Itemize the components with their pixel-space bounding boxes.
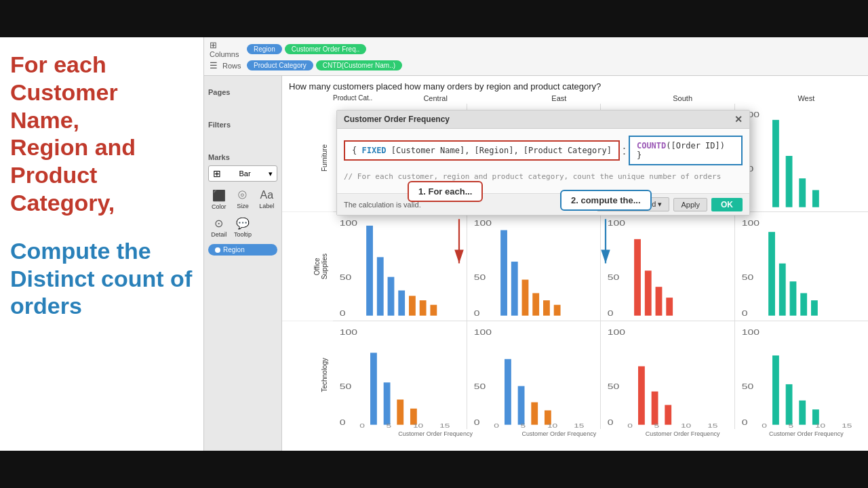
svg-rect-32 — [366, 226, 373, 316]
sidebar: Pages Filters Marks ⊞ Bar ▾ ⬛ Color ⦾ — [204, 76, 282, 451]
x-label-west: Customer Order Frequency — [745, 430, 868, 437]
ok-btn[interactable]: OK — [711, 198, 743, 211]
svg-rect-27 — [799, 178, 806, 207]
svg-text:10: 10 — [547, 422, 557, 428]
svg-text:5: 5 — [520, 422, 526, 428]
calculation-modal: Customer Order Frequency ✕ { FIXED [Cust… — [336, 110, 750, 216]
svg-rect-54 — [666, 298, 673, 316]
bubble-for-each: 1. For each... — [408, 181, 483, 202]
formula-countd-part: COUNTD([Order ID]) } — [629, 136, 743, 165]
black-bar-top — [0, 0, 868, 37]
svg-text:0: 0 — [473, 310, 479, 318]
svg-text:5: 5 — [387, 422, 392, 428]
svg-rect-42 — [500, 230, 507, 316]
bubble-compute: 2. compute the... — [560, 190, 652, 211]
svg-rect-46 — [543, 300, 550, 316]
left-annotation-panel: For eachCustomer Name,Region andProductC… — [0, 37, 203, 451]
cell-tech-south: 100 50 0 0 5 10 15 — [601, 321, 734, 429]
svg-text:15: 15 — [439, 422, 450, 428]
svg-text:5: 5 — [654, 422, 660, 428]
svg-text:0: 0 — [627, 422, 633, 428]
tableau-panel: ⊞ Columns Region Customer Order Freq.. ☰… — [203, 37, 868, 451]
svg-text:100: 100 — [608, 328, 625, 336]
svg-text:50: 50 — [473, 382, 485, 390]
svg-rect-25 — [772, 120, 779, 207]
marks-type-dropdown[interactable]: ⊞ Bar ▾ — [208, 165, 277, 182]
marks-tooltip-btn[interactable]: 💬 Tooltip — [232, 215, 253, 240]
x-axis-labels: Customer Order Frequency Customer Order … — [374, 429, 868, 437]
svg-text:15: 15 — [574, 422, 585, 428]
rows-label: ☰ Rows — [210, 60, 247, 70]
svg-text:5: 5 — [788, 422, 793, 428]
svg-rect-99 — [785, 384, 792, 425]
svg-rect-68 — [397, 399, 403, 424]
svg-rect-36 — [409, 296, 416, 316]
svg-rect-59 — [778, 264, 785, 316]
rows-pills: Product Category CNTD(Customer Nam..) — [247, 60, 402, 70]
marks-detail-btn[interactable]: ⊙ Detail — [208, 215, 229, 240]
marks-label-btn[interactable]: Aa Label — [256, 187, 277, 212]
svg-text:50: 50 — [340, 273, 351, 281]
svg-rect-44 — [521, 280, 528, 316]
furniture-label: Furniture — [282, 104, 333, 212]
central-header: Central — [374, 94, 497, 102]
svg-rect-26 — [785, 156, 792, 207]
svg-rect-88 — [638, 366, 645, 424]
cell-office-east: 100 50 0 — [467, 212, 601, 320]
svg-text:15: 15 — [842, 422, 852, 428]
marks-section-label: Marks — [208, 153, 277, 161]
svg-text:0: 0 — [340, 310, 346, 318]
formula-colon: : — [623, 144, 626, 158]
columns-pills: Region Customer Order Freq.. — [247, 44, 366, 54]
west-header: West — [745, 94, 868, 102]
region-pill[interactable]: Region — [247, 44, 282, 54]
svg-rect-37 — [420, 300, 427, 316]
marks-buttons-grid: ⬛ Color ⦾ Size Aa Label ⊙ Detail — [208, 187, 277, 240]
cntd-customer-pill[interactable]: CNTD(Customer Nam..) — [316, 60, 402, 70]
annotation-compute: Compute theDistinct count oforders — [10, 237, 193, 320]
svg-rect-89 — [652, 391, 658, 424]
product-cat-header: Product Cat.. — [333, 94, 374, 102]
region-color-pill[interactable]: Region — [208, 244, 277, 256]
columns-shelf: ⊞ Columns Region Customer Order Freq.. — [210, 40, 863, 58]
svg-rect-67 — [384, 382, 391, 424]
svg-rect-35 — [398, 291, 405, 316]
formula-fixed-part: { FIXED [Customer Name], [Region], [Prod… — [344, 140, 620, 161]
svg-text:100: 100 — [741, 220, 759, 228]
svg-rect-77 — [505, 359, 511, 424]
black-bar-bottom — [0, 451, 868, 488]
svg-rect-100 — [799, 400, 806, 424]
svg-text:0: 0 — [741, 418, 747, 426]
svg-text:100: 100 — [741, 328, 759, 336]
svg-text:0: 0 — [741, 310, 747, 318]
x-label-central: Customer Order Frequency — [374, 430, 497, 437]
svg-text:50: 50 — [608, 382, 619, 390]
svg-text:0: 0 — [473, 418, 479, 426]
south-header: South — [621, 94, 745, 102]
svg-rect-66 — [370, 352, 377, 424]
svg-text:100: 100 — [473, 328, 491, 336]
east-header: East — [497, 94, 620, 102]
svg-text:50: 50 — [608, 273, 619, 281]
product-category-pill[interactable]: Product Category — [247, 60, 313, 70]
marks-size-btn[interactable]: ⦾ Size — [232, 187, 253, 212]
formula-comment: // For each customer, region and product… — [344, 171, 743, 182]
apply-btn[interactable]: Apply — [673, 198, 707, 211]
filters-section-label: Filters — [208, 121, 277, 129]
modal-close-btn[interactable]: ✕ — [734, 114, 743, 125]
customer-order-freq-pill[interactable]: Customer Order Freq.. — [285, 44, 367, 54]
svg-rect-51 — [634, 239, 641, 316]
marks-color-btn[interactable]: ⬛ Color — [208, 187, 229, 212]
svg-rect-34 — [388, 277, 395, 316]
svg-rect-43 — [511, 262, 517, 316]
svg-rect-45 — [532, 293, 539, 316]
x-label-east: Customer Order Frequency — [497, 430, 620, 437]
office-supplies-label: Office Supplies — [282, 212, 333, 321]
tableau-body: Pages Filters Marks ⊞ Bar ▾ ⬛ Color ⦾ — [204, 76, 868, 451]
chart-area: How many customers placed how many order… — [282, 76, 868, 451]
svg-rect-98 — [772, 355, 779, 424]
cell-tech-west: 100 50 0 0 5 10 15 — [735, 321, 869, 429]
svg-text:0: 0 — [340, 418, 346, 426]
svg-rect-53 — [656, 287, 663, 316]
svg-rect-47 — [553, 305, 560, 316]
